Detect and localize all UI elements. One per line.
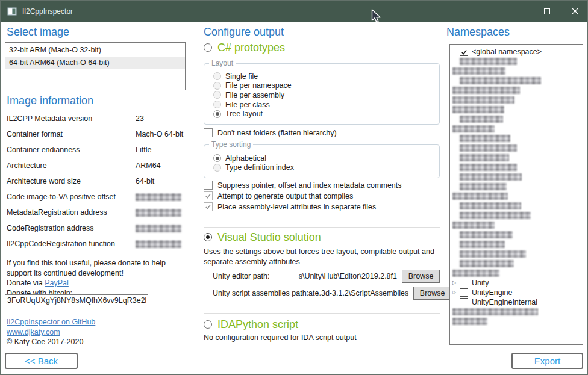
radio-selected-icon xyxy=(204,233,212,241)
namespace-row[interactable]: ▷ xyxy=(451,76,581,85)
flatten-hierarchy-label: Don't nest folders (flatten hierarchy) xyxy=(217,129,337,137)
image-list-item[interactable]: 32-bit ARM (Mach-O 32-bit) xyxy=(5,44,185,57)
namespace-row[interactable]: ▷ xyxy=(451,259,581,268)
expander-icon[interactable]: ▷ xyxy=(452,290,460,295)
checkbox-option-label: Attempt to generate output that compiles xyxy=(217,192,353,200)
namespace-row[interactable]: ▷ xyxy=(451,201,581,211)
namespace-row[interactable]: ▷ xyxy=(451,172,581,182)
flatten-hierarchy-checkbox[interactable]: Don't nest folders (flatten hierarchy) xyxy=(204,128,337,138)
namespace-row[interactable]: ▷ Unity xyxy=(451,278,581,288)
checkbox-option[interactable]: Attempt to generate output that compiles xyxy=(204,191,402,201)
namespace-row[interactable]: ▷ xyxy=(451,124,581,134)
namespace-row[interactable]: ▷ xyxy=(451,95,581,105)
radio-option[interactable]: Type definition index xyxy=(213,163,439,173)
visual-studio-radio[interactable]: Visual Studio solution xyxy=(204,230,321,244)
select-image-heading: Select image xyxy=(7,26,69,39)
donate-message: If you find this tool useful, please don… xyxy=(7,259,166,277)
layout-groupbox: Layout Single file File per namespace Fi… xyxy=(204,63,440,125)
visual-studio-label: Visual Studio solution xyxy=(217,231,321,244)
export-button[interactable]: Export xyxy=(511,353,583,369)
namespace-row[interactable]: ▷ xyxy=(451,153,581,163)
namespace-row[interactable]: ▷ xyxy=(451,317,581,326)
info-row-label: Container endianness xyxy=(7,146,80,154)
redacted-text xyxy=(452,222,495,229)
bitcoin-address-input[interactable] xyxy=(5,294,148,306)
redacted-text xyxy=(460,260,514,267)
info-row: IL2CPP Metadata version 23 xyxy=(7,111,185,127)
expander-icon[interactable]: ▷ xyxy=(452,280,460,285)
namespace-checkbox[interactable] xyxy=(460,48,468,56)
browse-button[interactable]: Browse xyxy=(402,270,440,283)
redacted-text xyxy=(460,212,531,219)
namespace-row[interactable]: ▷ xyxy=(451,105,581,114)
redacted-text xyxy=(452,193,508,200)
namespace-row[interactable]: ▷ xyxy=(451,191,581,201)
namespace-row[interactable]: ▷ xyxy=(451,134,581,143)
namespace-row[interactable]: ▷ xyxy=(451,143,581,153)
redacted-text xyxy=(460,231,513,238)
checkbox-option[interactable]: Place assembly-level attributes in separ… xyxy=(204,202,402,212)
redacted-text xyxy=(460,202,521,209)
radio-icon xyxy=(213,164,221,172)
namespace-row[interactable]: ▷ xyxy=(451,211,581,220)
namespace-row[interactable]: ▷ xyxy=(451,307,581,317)
namespaces-listbox[interactable]: ▷ <global namespace> ▷ ▷ ▷ ▷ ▷ ▷ ▷ xyxy=(449,44,583,345)
namespace-row[interactable]: ▷ xyxy=(451,182,581,191)
namespace-row[interactable]: ▷ xyxy=(451,249,581,259)
info-row-label: Il2CppCodeRegistration function xyxy=(7,240,115,248)
layout-options: Single file File per namespace File per … xyxy=(204,72,439,119)
namespace-label: UnityEngineInternal xyxy=(472,298,537,306)
radio-option[interactable]: Single file xyxy=(213,72,439,81)
back-button[interactable]: << Back xyxy=(5,353,78,369)
namespace-row[interactable]: ▷ xyxy=(451,85,581,95)
info-row-label: IL2CPP Metadata version xyxy=(7,114,92,123)
image-information-heading: Image information xyxy=(7,95,93,107)
path-label: Unity script assemblies path: xyxy=(213,289,308,297)
info-row-label: MetadataRegistration address xyxy=(7,208,107,217)
namespaces-heading: Namespaces xyxy=(446,26,510,39)
csharp-prototypes-label: C# prototypes xyxy=(217,42,285,54)
paypal-link[interactable]: PayPal xyxy=(45,279,69,287)
radio-option[interactable]: File per class xyxy=(213,100,439,110)
checkbox-option[interactable]: Suppress pointer, offset and index metad… xyxy=(204,180,402,190)
namespace-row[interactable]: ▷ UnityEngine xyxy=(451,288,581,297)
redacted-text xyxy=(460,58,517,65)
image-information-table: IL2CPP Metadata version 23 Container for… xyxy=(7,111,185,252)
namespace-row[interactable]: ▷ xyxy=(451,230,581,240)
namespace-row[interactable]: ▷ UnityEngineInternal xyxy=(451,297,581,307)
radio-option[interactable]: Alphabetical xyxy=(213,153,439,163)
image-list-item[interactable]: 64-bit ARM64 (Mach-O 64-bit) xyxy=(5,57,185,69)
namespace-checkbox[interactable] xyxy=(460,298,468,306)
namespace-row[interactable]: ▷ xyxy=(451,114,581,124)
redacted-text xyxy=(452,318,487,325)
radio-option[interactable]: File per namespace xyxy=(213,81,439,91)
namespace-row[interactable]: ▷ xyxy=(451,66,581,76)
redacted-text xyxy=(136,225,181,232)
namespace-row[interactable]: ▷ xyxy=(451,220,581,230)
namespace-row[interactable]: ▷ xyxy=(451,240,581,249)
website-link[interactable]: www.djkaty.com xyxy=(7,328,60,336)
donate-via-label: Donate via xyxy=(7,279,45,287)
info-row-label: Code image-to-VA positive offset xyxy=(7,193,116,201)
info-row: MetadataRegistration address xyxy=(7,205,185,221)
image-list-item-label: 64-bit ARM64 (Mach-O 64-bit) xyxy=(9,58,110,67)
namespace-checkbox[interactable] xyxy=(460,279,468,287)
idapython-radio[interactable]: IDAPython script xyxy=(204,317,298,332)
image-listbox[interactable]: 32-bit ARM (Mach-O 32-bit)64-bit ARM64 (… xyxy=(5,42,186,90)
radio-option[interactable]: File per assembly xyxy=(213,90,439,100)
configure-output-panel: Configure output C# prototypes Layout Si… xyxy=(204,1,441,375)
namespace-row[interactable]: ▷ xyxy=(451,163,581,172)
radio-option[interactable]: Tree layout xyxy=(213,109,439,119)
csharp-prototypes-radio[interactable]: C# prototypes xyxy=(204,40,285,55)
namespace-row[interactable]: ▷ xyxy=(451,268,581,278)
namespace-row[interactable]: ▷ <global namespace> xyxy=(451,47,581,57)
namespace-checkbox[interactable] xyxy=(460,288,468,297)
github-link[interactable]: Il2CppInspector on GitHub xyxy=(7,318,95,326)
namespace-row[interactable]: ▷ xyxy=(451,57,581,66)
radio-icon xyxy=(204,320,212,329)
info-row-label: Container format xyxy=(7,130,63,138)
radio-icon xyxy=(213,91,221,99)
info-row: Il2CppCodeRegistration function xyxy=(7,237,185,252)
browse-button[interactable]: Browse xyxy=(413,287,451,300)
redacted-text xyxy=(452,87,520,94)
